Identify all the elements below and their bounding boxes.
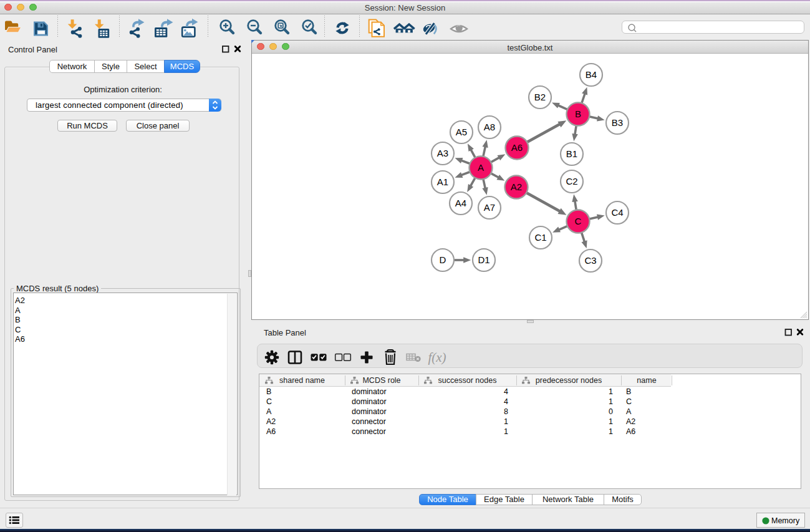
svg-text:A6: A6 (511, 142, 523, 153)
svg-text:B3: B3 (612, 117, 623, 128)
svg-text:A8: A8 (484, 122, 495, 132)
svg-text:A1: A1 (437, 177, 448, 187)
svg-text:A2: A2 (511, 181, 522, 192)
svg-text:B: B (575, 109, 581, 119)
svg-text:A7: A7 (484, 202, 495, 213)
svg-text:B4: B4 (586, 69, 597, 80)
svg-text:A4: A4 (455, 198, 466, 208)
svg-text:C3: C3 (584, 255, 596, 266)
svg-text:C2: C2 (566, 176, 577, 186)
svg-text:D1: D1 (478, 254, 489, 265)
svg-text:C1: C1 (534, 232, 546, 243)
svg-text:A3: A3 (437, 148, 448, 158)
svg-text:B1: B1 (566, 148, 577, 159)
svg-text:C4: C4 (611, 207, 623, 218)
svg-text:A5: A5 (456, 127, 467, 137)
svg-text:A: A (478, 162, 484, 173)
svg-text:D: D (440, 254, 446, 265)
svg-text:C: C (575, 216, 582, 226)
svg-text:f(x): f(x) (428, 350, 446, 365)
svg-text:B2: B2 (534, 92, 546, 102)
